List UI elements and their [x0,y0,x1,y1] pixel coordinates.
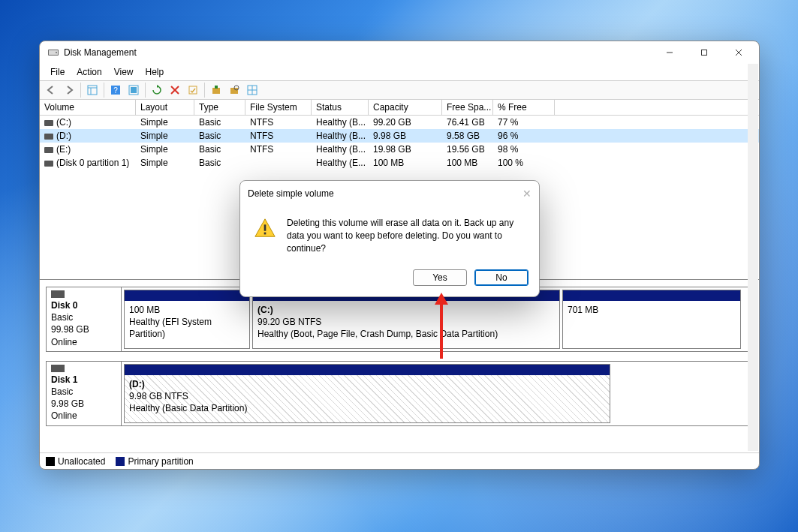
menu-help[interactable]: Help [140,65,170,79]
dialog-title: Delete simple volume [248,188,334,199]
volume-row[interactable]: (D:)SimpleBasicNTFSHealthy (B...9.98 GB9… [40,129,759,143]
partition[interactable]: 701 MB [562,290,741,349]
window-title: Disk Management [64,47,137,58]
col-filesystem[interactable]: File System [245,100,312,115]
minimize-button[interactable] [652,41,687,64]
back-button[interactable] [43,82,59,98]
legend-primary: Primary partition [116,456,193,467]
col-status[interactable]: Status [312,100,369,115]
no-button[interactable]: No [474,269,528,286]
action-button-3[interactable] [244,82,260,98]
col-volume[interactable]: Volume [40,100,136,115]
close-button[interactable] [721,41,756,64]
svg-point-2 [56,52,57,53]
menu-view[interactable]: View [108,65,140,79]
volume-row[interactable]: (Disk 0 partition 1)SimpleBasicHealthy (… [40,156,759,170]
dialog-close-button[interactable]: ✕ [522,188,531,200]
col-layout[interactable]: Layout [136,100,194,115]
delete-volume-dialog: Delete simple volume ✕ Deleting this vol… [239,180,540,297]
drive-icon [44,147,53,153]
svg-rect-17 [212,88,220,94]
disk-icon [51,290,65,298]
partition[interactable]: (C:)99.20 GB NTFSHealthy (Boot, Page Fil… [252,290,560,349]
warning-icon [254,217,276,239]
svg-rect-4 [702,50,707,56]
show-hide-tree-button[interactable] [84,82,101,98]
action-button-2[interactable] [226,82,242,98]
drive-icon [44,161,53,167]
drive-icon [44,134,53,140]
toolbar: ? [40,80,759,100]
svg-rect-25 [264,233,267,235]
dialog-message: Deleting this volume will erase all data… [287,217,525,254]
help-button[interactable]: ? [107,82,124,98]
svg-rect-24 [264,224,267,230]
disk-info[interactable]: Disk 1Basic9.98 GBOnline [47,362,122,425]
settings-button[interactable] [125,82,142,98]
svg-rect-16 [189,86,197,94]
disk-row: Disk 1Basic9.98 GBOnline(D:)9.98 GB NTFS… [46,361,753,426]
app-icon [47,47,59,59]
svg-text:?: ? [113,86,118,95]
refresh-button[interactable] [149,82,165,98]
maximize-button[interactable] [687,41,721,64]
menu-file[interactable]: File [44,65,71,79]
col-free[interactable]: Free Spa... [442,100,493,115]
partition[interactable]: (D:)9.98 GB NTFSHealthy (Basic Data Part… [124,364,610,423]
menu-bar: File Action View Help [40,64,759,80]
desktop-background: Disk Management File Action View Help ? [0,0,798,532]
yes-button[interactable]: Yes [413,269,467,286]
svg-rect-13 [131,87,137,93]
svg-rect-18 [215,86,218,89]
svg-rect-7 [88,86,97,95]
volume-list-header: Volume Layout Type File System Status Ca… [40,100,759,116]
forward-button[interactable] [61,82,77,98]
properties-button[interactable] [185,82,201,98]
dialog-titlebar[interactable]: Delete simple volume ✕ [240,181,539,206]
legend-unallocated: Unallocated [46,456,105,467]
disk-icon [51,365,65,372]
col-type[interactable]: Type [194,100,245,115]
menu-action[interactable]: Action [71,65,107,79]
legend: Unallocated Primary partition [40,452,759,469]
col-capacity[interactable]: Capacity [369,100,442,115]
disk-graphical-view[interactable]: Disk 0Basic99.98 GBOnline100 MBHealthy (… [40,280,759,452]
volume-row[interactable]: (E:)SimpleBasicNTFSHealthy (B...19.98 GB… [40,143,759,156]
partition[interactable]: 100 MBHealthy (EFI System Partition) [124,290,250,349]
volume-row[interactable]: (C:)SimpleBasicNTFSHealthy (B...99.20 GB… [40,116,759,129]
titlebar[interactable]: Disk Management [40,41,759,64]
disk-info[interactable]: Disk 0Basic99.98 GBOnline [47,287,122,351]
action-button-1[interactable] [208,82,224,98]
delete-button[interactable] [167,82,183,98]
drive-icon [44,120,53,126]
col-pct[interactable]: % Free [493,100,555,115]
